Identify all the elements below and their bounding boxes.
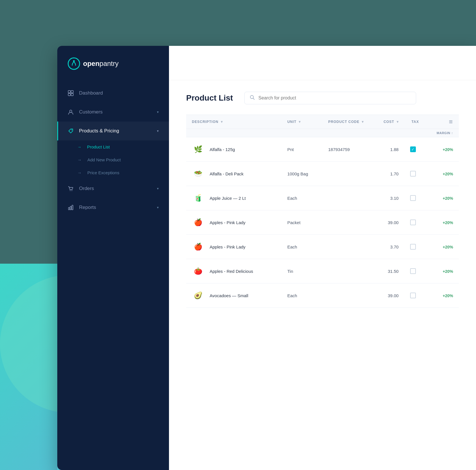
product-cost-cell: 39.00 bbox=[371, 210, 404, 235]
sort-icon: ▾ bbox=[299, 120, 301, 124]
cart-icon bbox=[68, 185, 74, 192]
product-unit: Each bbox=[287, 244, 297, 249]
product-unit-cell: Each bbox=[282, 235, 322, 259]
table-row: 🍅 Apples - Red Delicious Tin 31.50 +20% bbox=[186, 259, 459, 283]
svg-point-0 bbox=[68, 58, 80, 69]
product-code-cell bbox=[322, 235, 371, 259]
product-cell: 🧃 Apple Juice — 2 Lt bbox=[192, 192, 276, 204]
main-content: Product List DESCRIPTION bbox=[169, 46, 476, 470]
tax-checkbox[interactable] bbox=[410, 195, 416, 201]
header-price bbox=[426, 115, 459, 129]
tax-checkbox[interactable] bbox=[410, 268, 416, 274]
product-unit-cell: 1000g Bag bbox=[282, 162, 322, 186]
search-input[interactable] bbox=[258, 95, 411, 101]
margin-sub-header: Margin ↑ bbox=[426, 129, 459, 137]
product-cost-cell: 31.50 bbox=[371, 259, 404, 283]
margin-value: +20% bbox=[443, 293, 453, 298]
product-image: 🍅 bbox=[192, 265, 204, 277]
logo-text: openpantry bbox=[83, 60, 119, 68]
product-cell: 🍎 Apples - Pink Lady bbox=[192, 240, 276, 253]
product-image: 🥑 bbox=[192, 289, 204, 302]
product-code-cell bbox=[322, 162, 371, 186]
product-margin-cell: +20% bbox=[426, 210, 459, 235]
table-row: 🌿 Alfalfa - 125g Pnt 187934759 1.88 +20% bbox=[186, 137, 459, 162]
product-margin-cell: +20% bbox=[426, 162, 459, 186]
products-submenu: → Product List → Add New Product → Price… bbox=[57, 140, 169, 179]
product-margin-cell: +20% bbox=[426, 186, 459, 210]
product-name: Apples - Pink Lady bbox=[210, 244, 245, 249]
product-code-cell bbox=[322, 210, 371, 235]
submenu-item-product-list[interactable]: → Product List bbox=[57, 140, 169, 153]
sidebar-item-reports[interactable]: Reports ▾ bbox=[57, 198, 169, 217]
svg-rect-4 bbox=[68, 93, 70, 96]
product-unit: Each bbox=[287, 293, 297, 298]
product-tax-cell bbox=[404, 283, 426, 308]
sidebar-nav: Dashboard Customers ▾ bbox=[57, 84, 169, 217]
tax-checkbox[interactable] bbox=[410, 293, 416, 298]
product-cost-cell: 1.70 bbox=[371, 162, 404, 186]
product-unit-cell: Packet bbox=[282, 210, 322, 235]
product-cost: 31.50 bbox=[388, 269, 399, 274]
sidebar: openpantry Dashboard bbox=[57, 46, 169, 470]
product-cost: 39.00 bbox=[388, 293, 399, 298]
margin-value: +20% bbox=[443, 245, 453, 249]
product-unit: Each bbox=[287, 196, 297, 201]
product-cost-cell: 1.88 bbox=[371, 137, 404, 162]
header-cost: COST ▾ bbox=[371, 115, 404, 129]
sidebar-item-customers[interactable]: Customers ▾ bbox=[57, 103, 169, 122]
product-margin-cell: +20% bbox=[426, 137, 459, 162]
product-description-cell: 🌿 Alfalfa - 125g bbox=[186, 137, 282, 162]
product-code-cell: 187934759 bbox=[322, 137, 371, 162]
user-icon bbox=[68, 109, 74, 115]
margin-value: +20% bbox=[443, 172, 453, 176]
submenu-item-price-exceptions[interactable]: → Price Exceptions bbox=[57, 166, 169, 179]
sidebar-item-orders[interactable]: Orders ▾ bbox=[57, 179, 169, 198]
margin-value: +20% bbox=[443, 147, 453, 152]
tax-checkbox[interactable] bbox=[410, 171, 416, 177]
page-title: Product List bbox=[186, 93, 233, 103]
product-code: 187934759 bbox=[328, 147, 350, 152]
product-name: Avocadoes — Small bbox=[210, 293, 248, 298]
product-margin-cell: +20% bbox=[426, 259, 459, 283]
chevron-down-icon: ▾ bbox=[157, 205, 159, 209]
sidebar-item-products-pricing[interactable]: Products & Pricing ▾ bbox=[57, 122, 169, 140]
svg-point-9 bbox=[72, 190, 72, 191]
svg-rect-12 bbox=[72, 205, 73, 210]
product-name: Apple Juice — 2 Lt bbox=[210, 196, 246, 201]
product-unit-cell: Each bbox=[282, 283, 322, 308]
product-code-cell bbox=[322, 186, 371, 210]
product-tax-cell bbox=[404, 186, 426, 210]
product-tax-cell bbox=[404, 235, 426, 259]
product-unit-cell: Each bbox=[282, 186, 322, 210]
logo-icon bbox=[68, 57, 80, 70]
svg-point-13 bbox=[250, 95, 253, 99]
product-cost: 3.10 bbox=[390, 196, 398, 201]
product-unit: 1000g Bag bbox=[287, 171, 308, 176]
table-row: 🍎 Apples - Pink Lady Packet 39.00 +20% bbox=[186, 210, 459, 235]
product-description-cell: 🍎 Apples - Pink Lady bbox=[186, 210, 282, 235]
search-icon bbox=[250, 95, 255, 101]
header-description: DESCRIPTION ▾ bbox=[186, 115, 282, 129]
tax-checkbox[interactable] bbox=[410, 220, 416, 225]
product-unit-cell: Pnt bbox=[282, 137, 322, 162]
margin-value: +20% bbox=[443, 220, 453, 225]
product-cell: 🥑 Avocadoes — Small bbox=[192, 289, 276, 302]
product-cost: 39.00 bbox=[388, 220, 399, 225]
table-row: 🍎 Apples - Pink Lady Each 3.70 +20% bbox=[186, 235, 459, 259]
tax-checkbox[interactable] bbox=[410, 244, 416, 250]
search-box[interactable] bbox=[244, 92, 416, 104]
product-description-cell: 🥗 Alfalfa - Deli Pack bbox=[186, 162, 282, 186]
product-table: DESCRIPTION ▾ UNIT ▾ PRODUCT CODE ▾ COST… bbox=[186, 115, 459, 308]
tax-checkbox[interactable] bbox=[410, 146, 416, 152]
table-header-row: DESCRIPTION ▾ UNIT ▾ PRODUCT CODE ▾ COST… bbox=[186, 115, 459, 129]
submenu-item-add-new-product[interactable]: → Add New Product bbox=[57, 153, 169, 166]
sidebar-item-dashboard[interactable]: Dashboard bbox=[57, 84, 169, 103]
product-tax-cell bbox=[404, 137, 426, 162]
table-row: 🥑 Avocadoes — Small Each 39.00 +20% bbox=[186, 283, 459, 308]
product-tax-cell bbox=[404, 162, 426, 186]
product-margin-cell: +20% bbox=[426, 283, 459, 308]
logo-area: openpantry bbox=[57, 46, 169, 84]
product-margin-cell: +20% bbox=[426, 235, 459, 259]
product-unit-cell: Tin bbox=[282, 259, 322, 283]
arrow-right-icon: → bbox=[77, 157, 82, 162]
